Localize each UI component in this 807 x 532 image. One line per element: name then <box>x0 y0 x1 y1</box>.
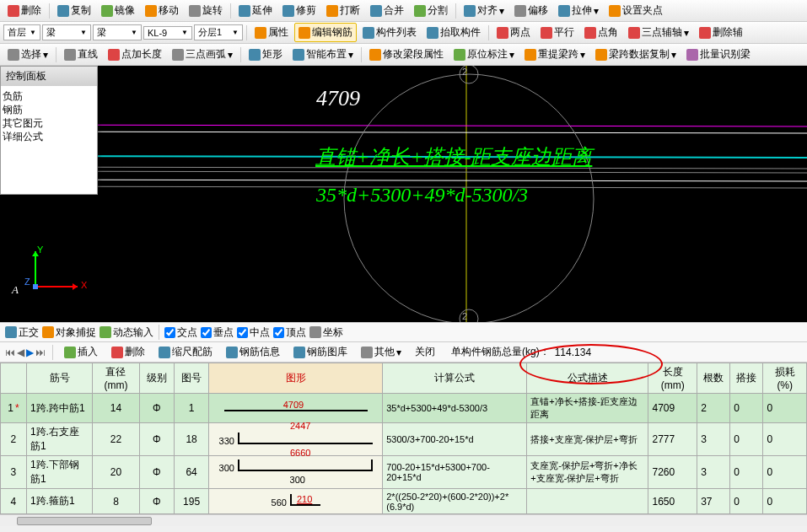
mark-btn[interactable]: 原位标注 ▾ <box>449 45 519 64</box>
grid-lib[interactable]: 钢筋图库 <box>289 342 352 362</box>
rect-btn[interactable]: 矩形 <box>245 45 287 64</box>
grid-info[interactable]: 钢筋信息 <box>222 342 284 362</box>
cat1-dd[interactable]: 梁▼ <box>42 24 91 40</box>
split-btn[interactable]: 分割 <box>410 1 452 20</box>
nav-first[interactable]: ⏮ <box>5 347 15 358</box>
two-pt-btn[interactable]: 两点 <box>492 23 535 42</box>
line-btn[interactable]: 直线 <box>60 45 102 64</box>
mid-chk[interactable]: 中点 <box>237 325 270 340</box>
mirror-btn[interactable]: 镜像 <box>97 1 139 20</box>
apex-chk[interactable]: 顶点 <box>273 325 306 340</box>
del-axis-icon <box>699 27 711 39</box>
parallel-icon <box>541 27 552 39</box>
smart-btn[interactable]: 智能布置 ▾ <box>288 45 358 64</box>
grid-insert[interactable]: 插入 <box>60 342 102 362</box>
nav-last[interactable]: ⏭ <box>35 347 46 358</box>
arc3-btn[interactable]: 三点画弧 ▾ <box>168 45 237 64</box>
del-axis-btn[interactable]: 删除辅 <box>695 23 747 42</box>
grid-close[interactable]: 关闭 <box>411 342 439 362</box>
comp-dd[interactable]: KL-9▼ <box>143 26 192 40</box>
edit-rebar-btn[interactable]: 编辑钢筋 <box>294 23 357 42</box>
edit-rebar-icon <box>299 27 310 39</box>
osnap-toggle[interactable]: 对象捕捉 <box>42 325 96 340</box>
axis-A: A <box>12 283 19 297</box>
merge-btn[interactable]: 合并 <box>366 1 408 20</box>
move-icon <box>145 5 157 17</box>
grid-scale[interactable]: 缩尺配筋 <box>154 342 217 362</box>
stretch-btn[interactable]: 拉伸 ▾ <box>554 1 603 20</box>
rebar-grid[interactable]: 筋号直径(mm)级别图号 图形 计算公式公式描述 长度(mm)根数搭接损耗(%)… <box>0 363 807 514</box>
panel-item-2[interactable]: 钢筋 <box>3 103 95 116</box>
trim-icon <box>282 5 294 17</box>
grip-btn[interactable]: 设置夹点 <box>605 1 667 20</box>
nav-next[interactable]: ▶ <box>26 347 34 358</box>
table-row[interactable]: 41跨.箍筋18Φ1955602102*((250-2*20)+(600-2*2… <box>1 489 807 514</box>
align-btn[interactable]: 对齐 ▾ <box>460 1 508 20</box>
ptlen-btn[interactable]: 点加长度 <box>104 45 166 64</box>
nav-prev[interactable]: ◀ <box>17 347 24 358</box>
table-row[interactable]: 21跨.右支座筋122Φ1833024475300/3+700-20+15*d搭… <box>1 423 807 456</box>
attrs-btn[interactable]: 属性 <box>250 23 293 42</box>
copy-span-btn[interactable]: 梁跨数据复制 ▾ <box>591 45 681 64</box>
floor-dd[interactable]: 首层▼ <box>3 24 40 40</box>
panel-title: 控制面板 <box>1 67 97 86</box>
rotate-btn[interactable]: 旋转 <box>185 1 227 20</box>
osnap-icon <box>42 326 54 338</box>
del-icon <box>111 347 123 358</box>
trim-btn[interactable]: 修剪 <box>278 1 320 20</box>
panel-item-4[interactable]: 详细公式 <box>3 130 95 143</box>
fig-cell[interactable]: 3006660300 <box>209 456 383 489</box>
grid-toolbar: ⏮ ◀ ▶ ⏭ 插入 删除 缩尺配筋 钢筋信息 钢筋图库 其他 ▾ 关闭 单构件… <box>0 342 807 363</box>
svg-rect-15 <box>33 284 38 289</box>
pick-icon <box>427 27 438 39</box>
mark-icon <box>454 49 465 61</box>
svg-marker-12 <box>73 283 78 290</box>
move-btn[interactable]: 移动 <box>141 1 183 20</box>
span-dd[interactable]: 分层1▼ <box>194 24 243 40</box>
batch-btn[interactable]: 批量识别梁 <box>682 45 755 64</box>
toolbar-context: 首层▼ 梁▼ 梁▼ KL-9▼ 分层1▼ 属性 编辑钢筋 构件列表 抬取构件 两… <box>0 22 807 44</box>
panel-item-3[interactable]: 其它图元 <box>3 116 95 130</box>
grid-delete[interactable]: 删除 <box>107 342 149 362</box>
h-scrollbar[interactable] <box>0 514 807 526</box>
three-axis-btn[interactable]: 三点辅轴 ▾ <box>624 23 693 42</box>
list-btn[interactable]: 构件列表 <box>358 23 421 42</box>
inter-chk[interactable]: 交点 <box>164 325 197 340</box>
nav-group: ⏮ ◀ ▶ ⏭ <box>5 347 46 358</box>
dyn-toggle[interactable]: 动态输入 <box>100 325 153 340</box>
ortho-toggle[interactable]: 正交 <box>5 325 39 340</box>
cat2-dd[interactable]: 梁▼ <box>93 24 142 40</box>
canvas-formula2: 35*d+5300+49*d-5300/3 <box>316 184 528 207</box>
redo-span-btn[interactable]: 重提梁跨 ▾ <box>520 45 589 64</box>
batch-icon <box>686 49 698 61</box>
canvas-formula1: 直锚+净长+搭接-距支座边距离 <box>315 143 592 170</box>
line-icon <box>64 49 76 61</box>
panel-item-1[interactable]: 负筋 <box>3 89 95 103</box>
grid-other[interactable]: 其他 ▾ <box>357 342 406 362</box>
list-icon <box>363 27 374 39</box>
toolbar-draw: 选择 ▾ 直线 点加长度 三点画弧 ▾ 矩形 智能布置 ▾ 修改梁段属性 原位标… <box>0 44 807 66</box>
angle-icon <box>584 27 596 39</box>
parallel-btn[interactable]: 平行 <box>536 23 578 42</box>
table-row[interactable]: 1*1跨.跨中筋114Φ1470935*d+5300+49*d-5300/3直锚… <box>1 394 807 423</box>
offset-btn[interactable]: 偏移 <box>510 1 552 20</box>
copy-btn[interactable]: 复制 <box>53 1 95 20</box>
drawing-canvas[interactable]: 2 2 4709 直锚+净长+搭接-距支座边距离 35*d+5300+49*d-… <box>0 66 807 322</box>
other-icon <box>361 347 373 358</box>
delete-btn[interactable]: 删除 <box>3 1 46 20</box>
edit-span-btn[interactable]: 修改梁段属性 <box>365 45 448 64</box>
info-icon <box>226 347 238 358</box>
table-row[interactable]: 31跨.下部钢筋120Φ643006660300700-20+15*d+5300… <box>1 456 807 489</box>
fig-cell[interactable]: 4709 <box>209 394 383 423</box>
fig-cell[interactable]: 560210 <box>209 489 383 514</box>
perp-chk[interactable]: 垂点 <box>201 325 234 340</box>
angle-btn[interactable]: 点角 <box>580 23 622 42</box>
coord-btn[interactable]: 坐标 <box>309 325 343 340</box>
extend-btn[interactable]: 延伸 <box>234 1 277 20</box>
break-btn[interactable]: 打断 <box>322 1 364 20</box>
pick-btn[interactable]: 抬取构件 <box>422 23 485 42</box>
select-btn[interactable]: 选择 ▾ <box>3 45 52 64</box>
ucs-z: Z <box>24 277 30 287</box>
ucs-y: Y <box>37 245 43 255</box>
control-panel[interactable]: 控制面板 负筋 钢筋 其它图元 详细公式 <box>0 66 98 195</box>
